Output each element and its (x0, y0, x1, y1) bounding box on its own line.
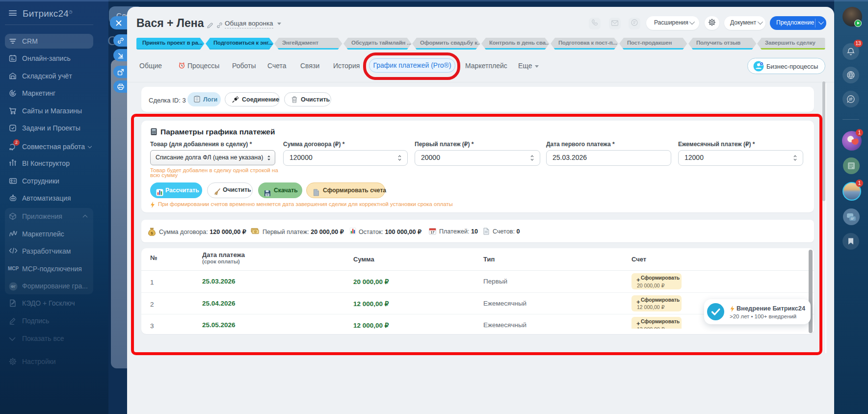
svg-text:MCP: MCP (8, 266, 19, 271)
svg-text:ФГ: ФГ (11, 285, 16, 288)
